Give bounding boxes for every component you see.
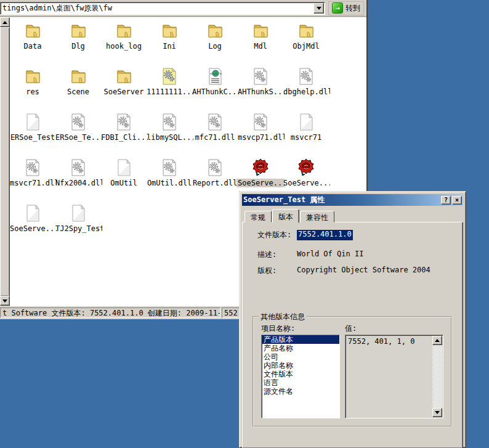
close-button[interactable]: × <box>452 196 462 205</box>
file-label: AHThunkC... <box>191 88 239 96</box>
address-path[interactable]: tings\admin\桌面\fw原装\fw <box>1 3 313 14</box>
file-label: ERSoe_Test <box>9 133 56 142</box>
value-scrollbar[interactable] <box>432 336 442 417</box>
tab-版本[interactable]: 版本 <box>272 209 299 223</box>
file-item[interactable]: FDBI_Cli... <box>101 110 147 155</box>
scrollbar-thumb[interactable] <box>0 27 10 296</box>
listbox-item[interactable]: 内部名称 <box>262 361 339 370</box>
file-item[interactable]: 11111111... <box>147 64 192 110</box>
file-label: Scene <box>66 88 91 96</box>
file-item[interactable]: msvcp71.dll <box>238 110 283 155</box>
file-label: FDBI_Cli... <box>100 133 148 142</box>
file-label: TJ2Spy_Test <box>54 224 102 233</box>
file-item[interactable]: ObjMdl <box>283 18 329 64</box>
doc-icon <box>68 203 89 224</box>
properties-dialog: SoeServer_Test 属性 ? × 常规版本兼容性 文件版本: 7552… <box>239 191 466 448</box>
file-label: mfc71.dll <box>193 133 236 142</box>
group-label: 其他版本信息 <box>259 312 307 322</box>
file-item[interactable]: ERSoe_Te... <box>55 110 101 155</box>
folder-icon <box>113 66 134 87</box>
file-item[interactable]: SoeServer <box>101 64 147 110</box>
help-button[interactable]: ? <box>441 196 451 205</box>
file-item[interactable]: dbghelp.dll <box>283 64 329 110</box>
description-label: 描述: <box>257 250 296 260</box>
listbox-item[interactable]: 源文件名 <box>262 387 339 396</box>
go-arrow-icon: → <box>332 2 343 14</box>
chevron-down-icon <box>317 7 321 10</box>
file-item[interactable]: Report.dll <box>192 155 238 201</box>
scroll-up-button[interactable] <box>0 17 10 27</box>
address-dropdown-button[interactable] <box>313 3 324 14</box>
file-item[interactable]: res <box>10 64 55 110</box>
dll-icon <box>159 157 180 178</box>
description-row: 描述: World Of Qin II <box>257 250 363 260</box>
file-item[interactable]: TJ2Spy_Test <box>55 201 101 246</box>
dll-icon <box>159 112 180 132</box>
file-item[interactable]: hook_log <box>101 18 147 64</box>
scroll-down-button[interactable] <box>0 296 10 306</box>
status-panel-file-info: t Software 文件版本: 7552.401.1.0 创建日期: 2009… <box>0 307 220 318</box>
file-label: res <box>25 88 41 96</box>
dll-icon <box>296 66 317 87</box>
file-item[interactable]: Dlg <box>55 18 101 64</box>
file-item[interactable]: <>AHThunkC... <box>192 64 238 110</box>
listbox-item[interactable]: 文件版本 <box>262 370 339 378</box>
value-scroll-down-button[interactable] <box>432 408 442 417</box>
file-item[interactable]: ERSoe_Test <box>10 110 55 155</box>
file-item[interactable]: libmySQL... <box>147 110 192 155</box>
file-item[interactable]: Log <box>192 18 238 64</box>
tab-常规[interactable]: 常规 <box>244 211 272 222</box>
file-item[interactable]: Ini <box>147 18 192 64</box>
address-bar: tings\admin\桌面\fw原装\fw → 转到 <box>0 0 366 17</box>
file-version-label: 文件版本: <box>257 230 296 240</box>
address-combobox[interactable]: tings\admin\桌面\fw原装\fw <box>0 2 325 15</box>
value-scrollbar-track[interactable] <box>432 345 442 408</box>
item-name-listbox[interactable]: 产品版本产品名称公司内部名称文件版本语言源文件名 <box>261 335 340 418</box>
file-item[interactable]: Scene <box>55 64 101 110</box>
file-version-row: 文件版本: 7552.401.1.0 <box>257 230 353 240</box>
tab-strip: 常规版本兼容性 <box>244 209 335 222</box>
other-version-info-group: 其他版本信息 项目名称: 值: 产品版本产品名称公司内部名称文件版本语言源文件名… <box>253 316 452 427</box>
file-item[interactable]: OmUtil.dll <box>147 155 192 201</box>
dialog-titlebar[interactable]: SoeServer_Test 属性 ? × <box>242 194 463 206</box>
file-item[interactable]: msvcr71.dll <box>10 155 55 201</box>
listbox-item[interactable]: 产品名称 <box>262 344 339 352</box>
vertical-scrollbar[interactable] <box>0 17 10 306</box>
file-label: AHThunkS... <box>236 88 285 96</box>
file-version-value[interactable]: 7552.401.1.0 <box>297 230 353 240</box>
folder-icon <box>204 20 225 41</box>
go-button-label: 转到 <box>346 3 360 14</box>
listbox-item[interactable]: 公司 <box>262 352 339 361</box>
file-label: SoeServer <box>102 88 145 96</box>
file-item[interactable]: Nfx2004.dll <box>55 155 101 201</box>
file-label: OmUtil <box>109 179 138 187</box>
file-item[interactable]: SoeServe... <box>10 201 55 246</box>
listbox-item[interactable]: 产品版本 <box>262 335 339 344</box>
file-label: SoeServe... <box>282 179 330 187</box>
dll-icon <box>204 157 225 178</box>
value-label: 值: <box>345 324 357 334</box>
value-box[interactable]: 7552, 401, 1, 0 <box>345 335 443 418</box>
file-item[interactable]: msvcr71 <box>283 110 329 155</box>
file-item[interactable]: Data <box>10 18 55 64</box>
file-label: Dlg <box>70 42 86 51</box>
file-label: Ini <box>161 42 177 51</box>
dll-icon <box>68 157 89 178</box>
file-item[interactable]: OmUtil <box>101 155 147 201</box>
folder-icon <box>68 20 89 41</box>
folder-icon <box>296 20 317 41</box>
value-scroll-up-button[interactable] <box>432 336 442 345</box>
file-label: msvcr71 <box>289 133 323 142</box>
doc-icon <box>113 157 134 178</box>
app-icon <box>296 157 317 178</box>
file-item[interactable]: AHThunkS... <box>238 64 283 110</box>
file-label: ERSoe_Te... <box>54 133 102 142</box>
go-button[interactable]: → 转到 <box>328 1 364 15</box>
file-item[interactable]: Mdl <box>238 18 283 64</box>
listbox-item[interactable]: 语言 <box>262 378 339 387</box>
dll-icon <box>22 157 43 178</box>
dll-icon <box>250 66 271 87</box>
file-item[interactable]: mfc71.dll <box>192 110 238 155</box>
tab-兼容性[interactable]: 兼容性 <box>300 211 334 222</box>
copyright-value: Copyright Object Software 2004 <box>297 266 430 276</box>
